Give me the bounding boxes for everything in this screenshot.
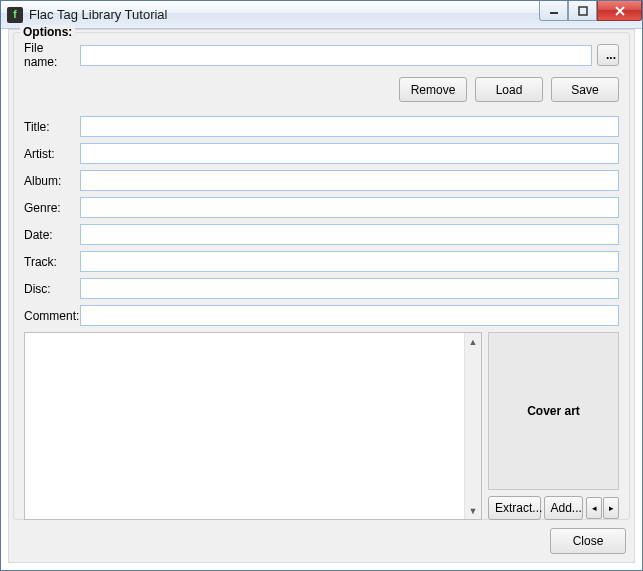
disc-label: Disc:: [24, 282, 80, 296]
track-label: Track:: [24, 255, 80, 269]
genre-input[interactable]: [80, 197, 619, 218]
extract-button[interactable]: Extract...: [488, 496, 541, 520]
close-button[interactable]: Close: [550, 528, 626, 554]
save-button[interactable]: Save: [551, 77, 619, 102]
cover-art-box: Cover art: [488, 332, 619, 490]
title-label: Title:: [24, 120, 80, 134]
app-icon: f: [7, 7, 23, 23]
options-group: Options: File name: ... Remove Load Save…: [13, 32, 630, 520]
artist-label: Artist:: [24, 147, 80, 161]
minimize-button[interactable]: [539, 1, 568, 21]
scroll-up-icon[interactable]: ▲: [465, 333, 481, 350]
genre-row: Genre:: [24, 197, 619, 218]
lower-area: ▲ ▼ Cover art Extract... Add... ◂ ▸: [24, 332, 619, 520]
track-input[interactable]: [80, 251, 619, 272]
disc-row: Disc:: [24, 278, 619, 299]
track-row: Track:: [24, 251, 619, 272]
date-label: Date:: [24, 228, 80, 242]
album-label: Album:: [24, 174, 80, 188]
window-title: Flac Tag Library Tutorial: [29, 7, 168, 22]
svg-rect-1: [579, 7, 587, 15]
title-input[interactable]: [80, 116, 619, 137]
cover-buttons: Extract... Add... ◂ ▸: [488, 496, 619, 520]
artist-input[interactable]: [80, 143, 619, 164]
maximize-button[interactable]: [568, 1, 597, 21]
album-row: Album:: [24, 170, 619, 191]
browse-button[interactable]: ...: [597, 44, 619, 66]
title-row: Title:: [24, 116, 619, 137]
scroll-down-icon[interactable]: ▼: [465, 502, 481, 519]
genre-label: Genre:: [24, 201, 80, 215]
remove-button[interactable]: Remove: [399, 77, 467, 102]
tag-list-container: ▲ ▼: [24, 332, 482, 520]
group-label: Options:: [20, 25, 75, 39]
window-controls: [539, 1, 642, 21]
main-window: f Flac Tag Library Tutorial Options: Fil…: [0, 0, 643, 571]
file-name-row: File name: ...: [24, 41, 619, 69]
comment-label: Comment:: [24, 309, 80, 323]
file-actions: Remove Load Save: [24, 77, 619, 102]
date-row: Date:: [24, 224, 619, 245]
disc-input[interactable]: [80, 278, 619, 299]
file-name-input[interactable]: [80, 45, 592, 66]
add-button[interactable]: Add...: [544, 496, 584, 520]
file-name-label: File name:: [24, 41, 80, 69]
cover-nav: ◂ ▸: [586, 497, 619, 519]
date-input[interactable]: [80, 224, 619, 245]
tag-list[interactable]: [25, 333, 464, 519]
client-area: Options: File name: ... Remove Load Save…: [8, 29, 635, 563]
title-bar: f Flac Tag Library Tutorial: [1, 1, 642, 29]
load-button[interactable]: Load: [475, 77, 543, 102]
cover-column: Cover art Extract... Add... ◂ ▸: [488, 332, 619, 520]
album-input[interactable]: [80, 170, 619, 191]
prev-cover-button[interactable]: ◂: [586, 497, 602, 519]
next-cover-button[interactable]: ▸: [603, 497, 619, 519]
artist-row: Artist:: [24, 143, 619, 164]
comment-row: Comment:: [24, 305, 619, 326]
listbox-scrollbar[interactable]: ▲ ▼: [464, 333, 481, 519]
close-window-button[interactable]: [597, 1, 642, 21]
footer: Close: [550, 528, 626, 554]
comment-input[interactable]: [80, 305, 619, 326]
